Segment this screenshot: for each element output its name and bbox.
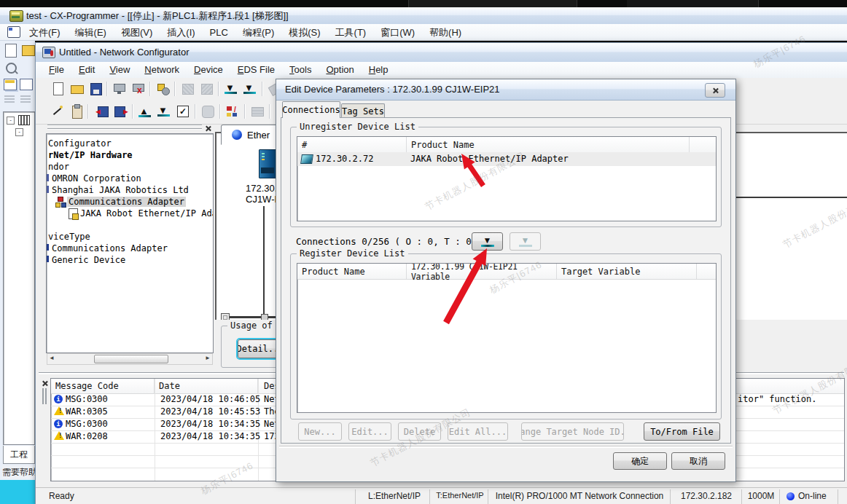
new-project-icon[interactable] [5,44,17,58]
edit-disabled-icon [200,104,216,119]
edit-all-button[interactable]: Edit All... [448,422,508,441]
open-project-icon[interactable] [22,45,35,56]
background-window-fragment [627,0,759,7]
delete-network-icon[interactable]: x [130,82,146,96]
change-target-node-id-button[interactable]: Change Target Node ID... [521,422,624,441]
cxp-menu-program[interactable]: 编程(P) [235,24,281,42]
cxp-project-tab[interactable]: 工程 [3,446,35,464]
unregister-device-row[interactable]: 172.30.2.72 JAKA Robot Ethernet/IP Adapt… [297,152,716,166]
scroll-left-icon[interactable]: ◄ [49,355,55,361]
log-col-message-code[interactable]: Message Code [51,379,155,393]
tab-tag-sets-label: Tag Sets [342,106,384,117]
tree-item-devicetype[interactable]: viceType [48,232,90,242]
dialog-title-bar[interactable]: Edit Device Parameters : 172.30.1.99 CJ1… [276,79,735,101]
upload-network-icon[interactable] [112,82,127,96]
tree-item-jaka-adapter[interactable]: JAKA Robot Ethernet/IP Adapter [80,208,214,218]
cxp-menu-plc[interactable]: PLC [203,25,235,40]
tree-item-comms-adapter[interactable]: Communications Adapter [67,197,186,207]
download-parameters-icon[interactable]: ▼ [157,104,172,119]
connections-tab-page: Unregister Device List # Product Name 17… [281,117,731,444]
unregister-up-button[interactable]: ▼ [510,232,541,251]
background-strip [0,0,847,7]
wizard-icon[interactable] [155,82,171,96]
status-local-network: L:EtherNet/IP [361,491,428,501]
setup-wand-icon[interactable] [50,104,66,119]
cxp-menu-file[interactable]: 文件(F) [22,24,68,42]
tree-item-ethernet-hardware[interactable]: rNet/IP Hardware [48,150,133,160]
cxp-menu-simulate[interactable]: 模拟(S) [281,24,327,42]
tree-item-comms-adapter-type[interactable]: Communications Adapter [52,243,168,253]
download-to-device-icon[interactable]: ▼ [224,82,239,96]
nc-title-bar[interactable]: Untitled - Network Configurator [36,43,847,63]
node-address-icon[interactable]: / [225,104,241,119]
register-col-extra[interactable] [697,264,716,279]
nc-menu-help[interactable]: Help [362,62,396,77]
log-panel-grip[interactable] [42,388,44,404]
ok-button[interactable]: 确定 [613,452,667,470]
online-status-icon [786,492,795,500]
log-col-date[interactable]: Date [155,379,258,393]
tree-panel-grip[interactable] [47,125,202,130]
scroll-right-icon[interactable]: ► [205,355,211,361]
export-file-icon[interactable]: ► [113,104,128,119]
cxp-title-bar[interactable]: test - CX-Programmer - [[停止] - 新PLC1.新程序… [0,7,847,25]
tree-item-vendor[interactable]: ndor [48,162,69,172]
dialog-close-button[interactable] [705,83,725,98]
verify-check-icon[interactable]: ✓ [176,104,191,119]
nc-menu-network[interactable]: Network [137,62,187,77]
register-col-product[interactable]: Product Name [297,264,407,279]
open-file-icon[interactable] [69,82,85,96]
nc-menu-option[interactable]: Option [319,62,361,77]
new-file-icon[interactable] [50,82,66,96]
unregister-col-extra[interactable] [690,137,716,152]
windows-view-icon[interactable] [4,79,17,90]
cxp-menu-insert[interactable]: 插入(I) [160,24,202,42]
tree-item-jaka-vendor[interactable]: Shanghai JAKA Robotics Ltd [52,185,189,195]
scroll-thumb[interactable] [94,355,168,363]
info-icon: i [54,395,63,403]
cxp-menu-tools[interactable]: 工具(T) [328,24,374,42]
tree-item-root[interactable]: Configurator [48,138,112,149]
download-to-network-icon[interactable]: ▼ [243,82,258,96]
delete-button[interactable]: Delete [398,422,441,441]
nc-menu-eds-file[interactable]: EDS File [230,62,282,77]
cancel-button[interactable]: 取消 [671,452,725,470]
panel-disabled-icon [250,104,265,119]
nc-menu-tools[interactable]: Tools [282,62,319,77]
cxp-menu-window[interactable]: 窗口(W) [373,24,422,42]
register-table[interactable]: Product Name 172.30.1.99 CJ1W-EIP21 Vari… [297,263,717,413]
close-icon [712,87,719,94]
cxp-menu-help[interactable]: 帮助(H) [422,24,469,42]
unregister-up-accent [519,245,532,247]
import-file-icon[interactable]: ◄ [94,104,109,119]
unregister-table[interactable]: # Product Name 172.30.2.72 JAKA Robot Et… [297,136,717,221]
tab-tag-sets[interactable]: Tag Sets [341,103,385,118]
hardware-tree[interactable]: Configurator rNet/IP Hardware ndor OMRON… [46,133,214,353]
nc-menu-view[interactable]: View [102,62,137,77]
to-from-file-button[interactable]: To/From File [644,422,720,441]
register-col-target-variable[interactable]: Target Variable [557,264,697,279]
nc-menu-file[interactable]: File [42,62,71,77]
tree-hscrollbar[interactable]: ◄ ► [47,353,213,365]
cxp-menu-edit[interactable]: 编辑(E) [68,24,114,42]
clipboard-icon[interactable] [69,104,85,119]
tree-item-omron[interactable]: OMRON Corporation [52,173,141,184]
window-cascade-icon[interactable] [20,79,33,90]
tab-connections[interactable]: Connections [282,101,340,118]
tree-collapse-icon[interactable]: - [7,117,15,125]
device-module-icon [300,154,313,164]
tree-item-generic-device[interactable]: Generic Device [52,255,125,265]
cxp-app-icon [9,10,23,22]
new-button[interactable]: New... [298,422,342,441]
save-file-icon[interactable] [88,82,104,96]
upload-parameters-icon[interactable]: ▲ [138,104,153,119]
ladder-window-icon[interactable] [7,26,20,38]
tree-collapse-icon[interactable]: - [15,128,23,136]
unregister-col-num[interactable]: # [297,137,407,152]
edit-button[interactable]: Edit... [348,422,391,441]
cxp-menu-bar: 文件(F)编辑(E)视图(V)插入(I)PLC编程(P)模拟(S)工具(T)窗口… [0,24,847,41]
cxp-menu-view[interactable]: 视图(V) [114,24,160,42]
nc-menu-edit[interactable]: Edit [71,62,102,77]
cxp-project-tree[interactable]: - - [3,111,35,445]
nc-menu-device[interactable]: Device [187,62,230,77]
